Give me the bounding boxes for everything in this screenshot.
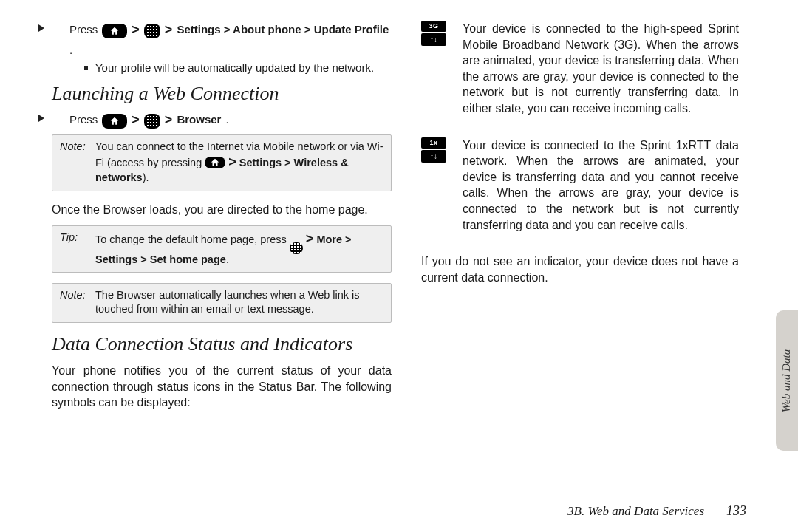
arrows-icon: ↑↓ — [421, 150, 446, 163]
home-button-icon — [102, 114, 127, 129]
page-footer: 3B. Web and Data Services 133 — [567, 503, 746, 519]
home-button-icon — [205, 157, 225, 168]
chevron-icon: > — [228, 154, 236, 169]
tip-box-homepage: Tip: To change the default home page, pr… — [52, 225, 392, 273]
sub-bullet: Your profile will be automatically updat… — [84, 61, 392, 74]
page-number: 133 — [726, 503, 746, 519]
note-box-autolaunch: Note: The Browser automatically launches… — [52, 283, 392, 323]
paragraph-no-indicator: If you do not see an indicator, your dev… — [421, 253, 739, 285]
paragraph-browser-home: Once the Browser loads, you are directed… — [52, 202, 392, 218]
step-prefix: Press — [69, 22, 98, 37]
heading-status: Data Connection Status and Indicators — [52, 333, 392, 355]
manual-page: Press > > Settings > About phone > Updat… — [0, 0, 798, 532]
indicator-3g-icon: 3G ↑↓ — [421, 21, 446, 117]
note-label: Note: — [60, 288, 89, 316]
note-body: The Browser automatically launches when … — [95, 288, 383, 316]
footer-section: 3B. Web and Data Services — [567, 504, 704, 519]
paragraph-status-intro: Your phone notifies you of the current s… — [52, 363, 392, 411]
nav-path: Settings > About phone > Update Profile — [177, 22, 389, 37]
chevron-icon: > — [132, 21, 140, 38]
chevron-icon: > — [132, 111, 140, 129]
indicator-3g-text: Your device is connected to the high-spe… — [463, 21, 739, 117]
square-bullet-icon — [84, 66, 88, 70]
apps-grid-icon — [144, 24, 160, 38]
bullet-triangle-icon — [38, 115, 44, 122]
heading-launching: Launching a Web Connection — [52, 83, 392, 105]
bullet-triangle-icon — [38, 24, 44, 32]
note-box-wifi: Note: You can connect to the Internet vi… — [52, 134, 392, 191]
step-browser: Press > > Browser. — [52, 111, 392, 129]
arrows-icon: ↑↓ — [421, 33, 446, 46]
chapter-tab-label: Web and Data — [781, 349, 794, 412]
chapter-tab: Web and Data — [776, 310, 798, 451]
nav-path: Browser — [177, 112, 221, 127]
tip-body: To change the default home page, press >… — [95, 231, 383, 267]
home-button-icon — [102, 24, 127, 38]
apps-grid-icon — [290, 242, 303, 254]
chevron-icon: > — [306, 231, 314, 246]
indicator-1x-icon: 1x ↑↓ — [421, 137, 446, 233]
two-column-layout: Press > > Settings > About phone > Updat… — [0, 0, 798, 418]
tip-label: Tip: — [60, 231, 89, 267]
indicator-3g-row: 3G ↑↓ Your device is connected to the hi… — [421, 21, 739, 117]
note-body: You can connect to the Internet via Mobi… — [95, 140, 383, 185]
apps-grid-icon — [144, 114, 160, 129]
left-column: Press > > Settings > About phone > Updat… — [52, 21, 392, 418]
step-prefix: Press — [69, 112, 98, 127]
indicator-1x-text: Your device is connected to the Sprint 1… — [463, 137, 739, 233]
chevron-icon: > — [165, 111, 173, 129]
indicator-1x-row: 1x ↑↓ Your device is connected to the Sp… — [421, 137, 739, 233]
step-update-profile: Press > > Settings > About phone > Updat… — [52, 21, 392, 58]
chevron-icon: > — [165, 21, 173, 38]
right-column: 3G ↑↓ Your device is connected to the hi… — [421, 21, 739, 418]
note-label: Note: — [60, 140, 89, 185]
